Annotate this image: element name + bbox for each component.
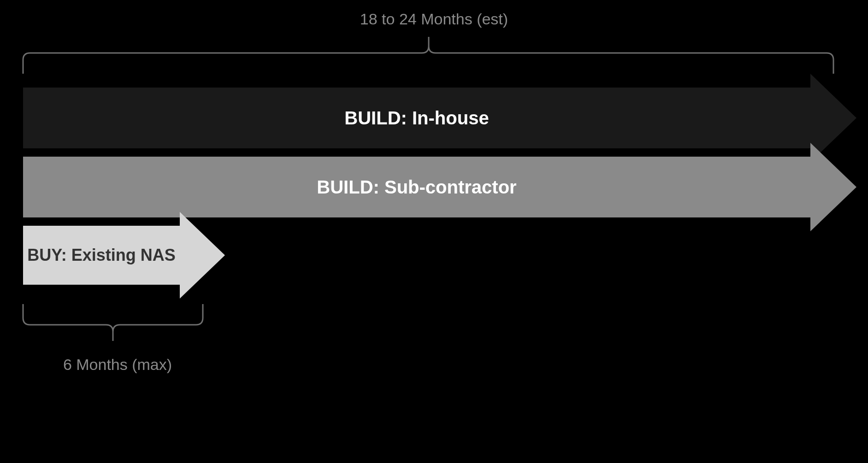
arrow-head-icon bbox=[810, 143, 856, 231]
arrow-shaft bbox=[23, 157, 810, 217]
arrow-head-icon bbox=[180, 212, 225, 299]
bottom-bracket bbox=[23, 304, 203, 341]
top-timeframe-label: 18 to 24 Months (est) bbox=[0, 10, 868, 28]
top-bracket bbox=[23, 37, 833, 74]
bottom-timeframe-label: 6 Months (max) bbox=[23, 356, 212, 374]
diagram-build-vs-buy-timeline: 18 to 24 Months (est) BUILD: In-house BU… bbox=[0, 0, 868, 463]
arrow-shaft bbox=[23, 226, 180, 285]
arrow-shaft bbox=[23, 88, 810, 148]
